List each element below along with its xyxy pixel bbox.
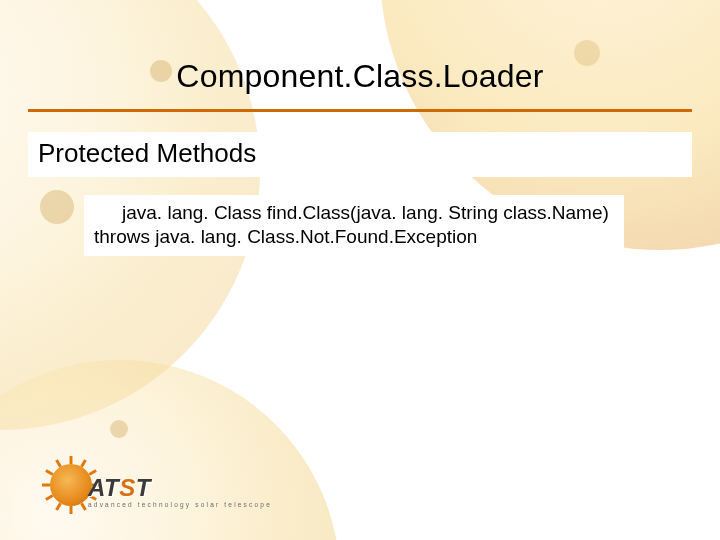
logo-text-stack: ATST advanced technology solar telescope — [106, 470, 290, 501]
section-heading-box: Protected Methods — [28, 132, 692, 177]
logo-tagline: advanced technology solar telescope — [88, 502, 272, 509]
logo-acronym-suffix: T — [136, 474, 151, 501]
title-divider — [28, 109, 692, 112]
logo-acronym-s: S — [119, 474, 136, 501]
method-signature-line1: java. lang. Class find.Class(java. lang.… — [94, 201, 614, 225]
logo-acronym-prefix: AT — [88, 474, 119, 501]
section-heading: Protected Methods — [36, 138, 258, 169]
logo-acronym: ATST — [88, 476, 272, 500]
method-signature-line2: throws java. lang. Class.Not.Found.Excep… — [94, 225, 614, 249]
atst-logo: ATST advanced technology solar telescope — [44, 458, 290, 512]
method-signature-box: java. lang. Class find.Class(java. lang.… — [84, 195, 624, 256]
slide-content: Component.Class.Loader Protected Methods… — [0, 0, 720, 256]
slide-title: Component.Class.Loader — [28, 58, 692, 95]
